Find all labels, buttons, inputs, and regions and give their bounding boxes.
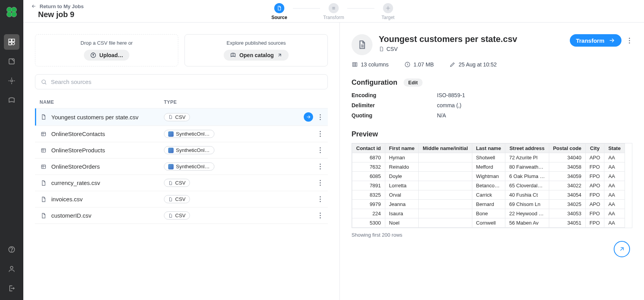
drop-zone[interactable]: Drop a CSV file here or Upload…	[35, 34, 178, 66]
detail-title: Youngest customers per state.csv	[379, 34, 517, 44]
expand-button[interactable]	[614, 241, 630, 257]
table-row[interactable]: 7632ReinaldoMefford80 Fairweath…34058FPO…	[352, 162, 625, 172]
row-menu-button[interactable]	[317, 180, 323, 186]
detail-type: CSV	[379, 46, 517, 52]
source-row[interactable]: OnlineStoreProductsSyntheticOnlin…	[35, 142, 328, 158]
rail-account[interactable]	[4, 261, 19, 277]
svg-point-9	[11, 80, 13, 82]
side-rail	[0, 0, 23, 300]
row-menu-button[interactable]	[317, 147, 323, 153]
row-menu-button[interactable]	[317, 213, 323, 218]
size-icon	[404, 61, 411, 68]
column-header[interactable]: Last name	[472, 144, 505, 153]
rail-help[interactable]	[4, 242, 19, 257]
detail-avatar	[352, 34, 372, 55]
rail-item-2[interactable]	[4, 54, 19, 69]
search-sources[interactable]	[35, 74, 328, 89]
config-edit-button[interactable]: Edit	[404, 78, 423, 87]
file-icon	[379, 46, 384, 52]
step-target[interactable]: Target	[374, 3, 402, 20]
row-menu-button[interactable]	[317, 196, 323, 202]
sources-list-header: NAME TYPE	[35, 96, 328, 108]
step-transform[interactable]: Transform	[320, 3, 347, 20]
target-icon	[385, 5, 391, 11]
source-row[interactable]: Youngest customers per state.csvCSV	[35, 108, 328, 126]
table-row[interactable]: 224IsauraBone22 Heywood …34053FPOAA	[352, 209, 625, 218]
table-row[interactable]: 9979JeannaBernard69 Chisom Ln34025APOAA	[352, 200, 625, 209]
preview-table-scroll[interactable]: Contact idFirst nameMiddle name/initialL…	[352, 143, 632, 228]
column-header[interactable]: Contact id	[352, 144, 385, 153]
svg-rect-5	[12, 39, 15, 42]
source-row[interactable]: OnlineStoreContactsSyntheticOnlin…	[35, 126, 328, 142]
search-input[interactable]	[51, 78, 322, 85]
open-catalog-button[interactable]: Open catalog	[224, 50, 289, 61]
svg-rect-21	[356, 63, 357, 66]
table-row[interactable]: 5300NoelCornwell56 Maben Av34051FPOAA	[352, 218, 625, 228]
source-row[interactable]: customerID.csvCSV	[35, 207, 328, 224]
svg-point-15	[42, 80, 45, 83]
source-name: customerID.csv	[51, 212, 164, 219]
row-menu-button[interactable]	[317, 164, 323, 169]
rail-logout[interactable]	[4, 281, 19, 296]
external-link-icon	[277, 52, 282, 58]
config-title: Configuration	[352, 78, 397, 87]
book-icon	[230, 52, 236, 58]
preview-table: Contact idFirst nameMiddle name/initialL…	[352, 143, 625, 228]
detail-menu-button[interactable]	[626, 38, 632, 44]
source-row[interactable]: OnlineStoreOrdersSyntheticOnlin…	[35, 158, 328, 174]
source-row[interactable]: invoices.csvCSV	[35, 191, 328, 207]
config-value: ISO-8859-1	[437, 92, 632, 98]
svg-rect-16	[42, 132, 46, 136]
type-chip: CSV	[164, 179, 190, 187]
transform-button[interactable]: Transform	[570, 34, 621, 47]
source-row[interactable]: currency_rates.csvCSV	[35, 174, 328, 191]
svg-point-7	[12, 42, 15, 45]
arrow-left-icon	[31, 3, 37, 9]
open-source-button[interactable]	[304, 112, 313, 122]
table-row[interactable]: 6870HymanShotwell72 Azurite Pl34040APOAA	[352, 153, 625, 162]
column-header[interactable]: State	[604, 144, 625, 153]
svg-rect-4	[9, 39, 12, 42]
table-row[interactable]: 6085DoyleWightman6 Oak Pluma …34059FPOAA	[352, 172, 625, 181]
column-header[interactable]: Middle name/initial	[419, 144, 472, 153]
file-icon	[40, 180, 47, 186]
file-icon	[40, 196, 47, 202]
table-icon	[40, 147, 47, 153]
table-row[interactable]: 7891LorrettaBetanco…65 Cloverdal…34022AP…	[352, 181, 625, 190]
column-header[interactable]: First name	[385, 144, 419, 153]
row-menu-button[interactable]	[317, 131, 323, 137]
row-menu-button[interactable]	[317, 114, 323, 120]
table-icon	[40, 131, 47, 137]
search-icon	[41, 79, 47, 85]
type-chip: SyntheticOnlin…	[164, 146, 214, 154]
type-chip: CSV	[164, 195, 190, 203]
rail-item-4[interactable]	[4, 92, 19, 108]
upload-button[interactable]: Upload…	[84, 50, 129, 61]
logo-icon	[5, 5, 18, 19]
rail-sources[interactable]	[4, 34, 19, 50]
source-name: OnlineStoreContacts	[51, 131, 164, 137]
column-header[interactable]: Street address	[505, 144, 549, 153]
job-title: New job 9	[38, 10, 84, 19]
svg-rect-18	[42, 165, 46, 168]
column-header[interactable]: Postal code	[549, 144, 585, 153]
document-icon	[277, 5, 282, 11]
column-header[interactable]: City	[585, 144, 604, 153]
preview-title: Preview	[352, 130, 632, 138]
source-name: currency_rates.csv	[51, 180, 164, 186]
return-link[interactable]: Return to My Jobs	[31, 3, 84, 9]
config-grid: EncodingISO-8859-1Delimitercomma (,)Quot…	[352, 92, 632, 119]
type-chip: CSV	[164, 113, 190, 121]
type-chip: CSV	[164, 211, 190, 220]
arrow-right-icon	[608, 37, 615, 44]
list-icon	[331, 5, 336, 11]
source-name: invoices.csv	[51, 196, 164, 202]
config-value: N/A	[437, 112, 632, 119]
type-chip: SyntheticOnlin…	[164, 162, 214, 171]
step-source[interactable]: Source	[266, 3, 293, 20]
table-row[interactable]: 8325OrvalCarrick40 Fushia Ct34054FPOAA	[352, 190, 625, 200]
document-icon	[357, 40, 367, 50]
config-key: Quoting	[352, 112, 437, 119]
rail-item-3[interactable]	[4, 73, 19, 89]
upload-icon	[90, 52, 96, 58]
